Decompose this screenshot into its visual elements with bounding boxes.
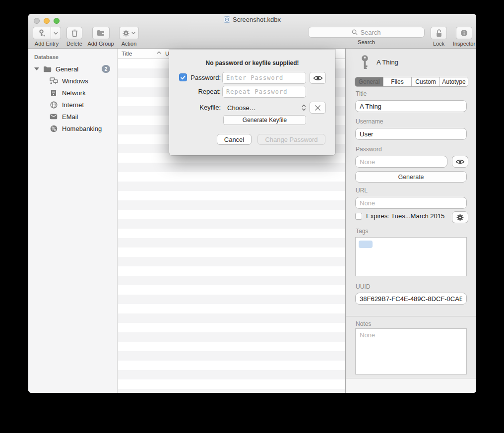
tags-field-label: Tags — [356, 228, 368, 235]
inspector-button[interactable] — [456, 27, 472, 39]
generate-password-button[interactable]: Generate — [355, 171, 467, 183]
table-row[interactable] — [118, 247, 345, 257]
gear-icon — [123, 30, 129, 37]
table-row[interactable] — [118, 370, 345, 379]
sort-ascending-icon — [157, 51, 161, 54]
table-row[interactable] — [118, 304, 345, 313]
table-row[interactable] — [118, 276, 345, 285]
table-row[interactable] — [118, 163, 345, 172]
search-icon — [352, 29, 358, 35]
table-row[interactable] — [118, 172, 345, 182]
username-field-label: Username — [356, 118, 383, 125]
table-row[interactable] — [118, 182, 345, 191]
tab-autotype[interactable]: Autotype — [440, 77, 468, 86]
sidebar-item-general[interactable]: General 2 — [28, 63, 117, 75]
table-row[interactable] — [118, 219, 345, 229]
app-window: Screenshot.kdbx Add Entry — [28, 14, 476, 393]
window-header: Screenshot.kdbx Add Entry — [28, 14, 476, 49]
tag-token[interactable] — [359, 241, 373, 248]
chevron-down-icon — [131, 32, 135, 34]
notes-field-label: Notes — [356, 320, 371, 327]
table-row[interactable] — [118, 351, 345, 361]
keyfile-popup[interactable]: Choose… — [222, 102, 306, 114]
sidebar-item-label: Internet — [62, 101, 84, 109]
entry-count-badge: 2 — [102, 65, 110, 73]
table-row[interactable] — [118, 200, 345, 210]
table-row[interactable] — [118, 342, 345, 351]
inspector-tabs: General Files Custom Autotype — [355, 77, 468, 87]
table-row[interactable] — [118, 210, 345, 219]
dialog-reveal-password-button[interactable] — [310, 72, 326, 84]
key-icon — [360, 55, 370, 70]
table-row[interactable] — [118, 361, 345, 370]
tab-files[interactable]: Files — [383, 77, 412, 86]
server-icon — [49, 89, 58, 97]
expires-checkbox[interactable] — [355, 213, 362, 220]
document-proxy-icon[interactable] — [224, 16, 230, 23]
sidebar-item-network[interactable]: Network — [28, 87, 117, 99]
sidebar-item-windows[interactable]: Windows — [28, 75, 117, 87]
table-row[interactable] — [118, 191, 345, 200]
column-header-title[interactable]: Title — [122, 51, 132, 57]
sidebar-item-internet[interactable]: Internet — [28, 99, 117, 111]
add-group-button[interactable] — [92, 27, 110, 39]
add-entry-label: Add Entry — [32, 41, 61, 47]
table-row[interactable] — [118, 238, 345, 247]
url-field-label: URL — [356, 187, 368, 194]
lock-button[interactable] — [431, 27, 447, 39]
username-field[interactable] — [355, 128, 467, 140]
password-field[interactable] — [355, 156, 447, 168]
close-x-icon — [315, 105, 321, 111]
tab-general[interactable]: General — [355, 77, 383, 86]
uuid-field-label: UUID — [356, 283, 370, 290]
search-placeholder: Search — [360, 29, 380, 36]
table-row[interactable] — [118, 389, 345, 393]
folder-plus-icon — [97, 30, 105, 36]
table-row[interactable] — [118, 295, 345, 304]
table-row[interactable] — [118, 332, 345, 342]
reveal-password-button[interactable] — [452, 156, 468, 168]
delete-button[interactable] — [66, 27, 82, 39]
sidebar-item-label: General — [56, 65, 78, 73]
section-divider — [346, 316, 476, 316]
sidebar-item-label: Windows — [62, 77, 88, 85]
delete-label: Delete — [65, 41, 83, 47]
table-row[interactable] — [118, 313, 345, 323]
table-row[interactable] — [118, 257, 345, 266]
clear-keyfile-button[interactable] — [310, 102, 326, 114]
add-entry-dropdown[interactable] — [51, 27, 61, 39]
title-field[interactable] — [355, 100, 467, 112]
table-row[interactable] — [118, 379, 345, 389]
sidebar: Database General 2 Windows Network — [28, 49, 118, 393]
column-divider[interactable] — [162, 50, 162, 57]
table-row[interactable] — [118, 323, 345, 332]
sidebar-item-email[interactable]: EMail — [28, 111, 117, 123]
repeat-password-input[interactable] — [222, 86, 306, 98]
change-password-sheet: No password or keyfile supplied! Passwor… — [169, 50, 335, 155]
expires-row: Expires: Tues...March 2015 — [355, 212, 444, 220]
table-row[interactable] — [118, 266, 345, 276]
url-field[interactable] — [355, 197, 467, 209]
table-row[interactable] — [118, 285, 345, 295]
enter-password-input[interactable] — [222, 72, 306, 84]
percent-icon — [49, 125, 58, 132]
key-plus-icon — [33, 27, 51, 39]
uuid-field[interactable] — [355, 293, 467, 305]
disclosure-triangle-icon[interactable] — [34, 67, 39, 70]
tags-box[interactable] — [355, 237, 467, 276]
add-group-label: Add Group — [86, 41, 116, 47]
cancel-button[interactable]: Cancel — [217, 134, 252, 145]
window-title: Screenshot.kdbx — [28, 16, 476, 26]
action-button[interactable] — [119, 27, 139, 39]
generate-keyfile-button[interactable]: Generate Keyfile — [223, 115, 306, 125]
tab-custom[interactable]: Custom — [412, 77, 440, 86]
inspector-footer — [346, 378, 476, 393]
change-password-button[interactable]: Change Password — [257, 134, 325, 145]
table-row[interactable] — [118, 229, 345, 238]
add-entry-button[interactable] — [33, 27, 61, 39]
sidebar-item-homebanking[interactable]: Homebanking — [28, 123, 117, 134]
notes-field[interactable] — [355, 328, 467, 374]
search-input[interactable]: Search — [308, 27, 425, 38]
eye-icon — [455, 159, 465, 165]
expires-settings-button[interactable] — [452, 211, 468, 223]
